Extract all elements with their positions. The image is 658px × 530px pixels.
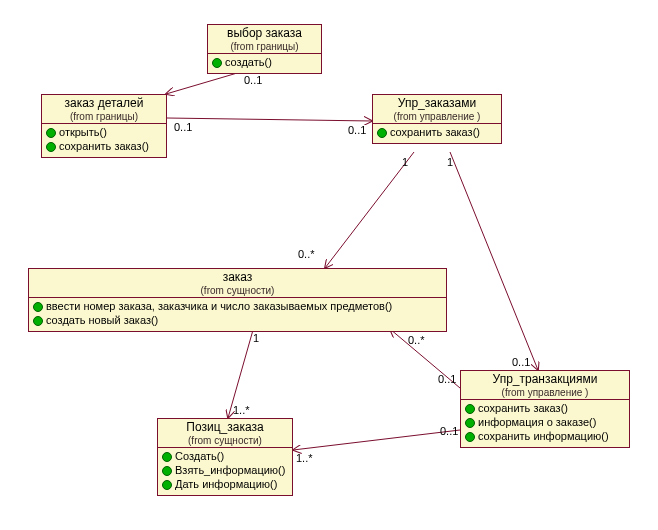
class-title: Позиц_заказа bbox=[162, 421, 288, 435]
assoc-details-to-ordermgr bbox=[167, 118, 372, 121]
method-row: Создать() bbox=[162, 450, 288, 464]
class-stereotype: (from границы) bbox=[46, 111, 162, 123]
method-label: создать новый заказ() bbox=[46, 314, 158, 328]
mult-label: 0..1 bbox=[348, 124, 366, 136]
class-stereotype: (from сущности) bbox=[162, 435, 288, 447]
method-row: ввести номер заказа, заказчика и число з… bbox=[33, 300, 442, 314]
method-row: сохранить заказ() bbox=[46, 140, 162, 154]
operation-icon bbox=[212, 58, 222, 68]
method-label: сохранить заказ() bbox=[478, 402, 568, 416]
operation-icon bbox=[465, 432, 475, 442]
class-methods: Создать()Взять_информацию()Дать информац… bbox=[158, 448, 292, 494]
method-row: сохранить информацию() bbox=[465, 430, 625, 444]
assoc-ordermgr-to-txnmgr bbox=[450, 152, 538, 370]
method-row: Взять_информацию() bbox=[162, 464, 288, 478]
operation-icon bbox=[465, 404, 475, 414]
class-order-manager: Упр_заказами (from управление ) сохранит… bbox=[372, 94, 502, 144]
mult-label: 1..* bbox=[233, 404, 250, 416]
class-title: заказ bbox=[33, 271, 442, 285]
mult-label: 1 bbox=[253, 332, 259, 344]
class-title: Упр_транзакциями bbox=[465, 373, 625, 387]
connectors-layer bbox=[0, 0, 658, 530]
method-row: открыть() bbox=[46, 126, 162, 140]
method-label: создать() bbox=[225, 56, 272, 70]
class-methods: открыть()сохранить заказ() bbox=[42, 124, 166, 157]
class-methods: сохранить заказ() bbox=[373, 124, 501, 143]
method-label: Создать() bbox=[175, 450, 224, 464]
mult-label: 0..* bbox=[408, 334, 425, 346]
class-stereotype: (from управление ) bbox=[465, 387, 625, 399]
assoc-ordermgr-to-order bbox=[325, 152, 414, 268]
operation-icon bbox=[33, 316, 43, 326]
class-stereotype: (from управление ) bbox=[377, 111, 497, 123]
assoc-txnmgr-to-position bbox=[293, 430, 460, 450]
method-label: информация о заказе() bbox=[478, 416, 596, 430]
mult-label: 0..* bbox=[298, 248, 315, 260]
class-title: выбор заказа bbox=[212, 27, 317, 41]
operation-icon bbox=[162, 466, 172, 476]
mult-label: 0..1 bbox=[440, 425, 458, 437]
mult-label: 0..1 bbox=[174, 121, 192, 133]
operation-icon bbox=[162, 480, 172, 490]
method-row: информация о заказе() bbox=[465, 416, 625, 430]
operation-icon bbox=[46, 128, 56, 138]
mult-label: 0..1 bbox=[438, 373, 456, 385]
operation-icon bbox=[33, 302, 43, 312]
mult-label: 0..1 bbox=[512, 356, 530, 368]
assoc-select-to-details bbox=[166, 71, 244, 94]
operation-icon bbox=[377, 128, 387, 138]
class-transaction-manager: Упр_транзакциями (from управление ) сохр… bbox=[460, 370, 630, 448]
class-stereotype: (from границы) bbox=[212, 41, 317, 53]
method-label: Взять_информацию() bbox=[175, 464, 285, 478]
method-row: сохранить заказ() bbox=[377, 126, 497, 140]
method-row: создать() bbox=[212, 56, 317, 70]
method-row: создать новый заказ() bbox=[33, 314, 442, 328]
class-methods: создать() bbox=[208, 54, 321, 73]
method-label: Дать информацию() bbox=[175, 478, 277, 492]
mult-label: 1..* bbox=[296, 452, 313, 464]
mult-label: 1 bbox=[402, 156, 408, 168]
class-title: заказ деталей bbox=[46, 97, 162, 111]
class-order: заказ (from сущности) ввести номер заказ… bbox=[28, 268, 447, 332]
method-label: сохранить заказ() bbox=[59, 140, 149, 154]
class-order-position: Позиц_заказа (from сущности) Создать()Вз… bbox=[157, 418, 293, 496]
method-label: сохранить информацию() bbox=[478, 430, 609, 444]
method-label: ввести номер заказа, заказчика и число з… bbox=[46, 300, 392, 314]
mult-label: 1 bbox=[447, 156, 453, 168]
class-methods: ввести номер заказа, заказчика и число з… bbox=[29, 298, 446, 331]
class-order-select: выбор заказа (from границы) создать() bbox=[207, 24, 322, 74]
class-order-details: заказ деталей (from границы) открыть()со… bbox=[41, 94, 167, 158]
method-row: сохранить заказ() bbox=[465, 402, 625, 416]
operation-icon bbox=[162, 452, 172, 462]
mult-label: 0..1 bbox=[244, 74, 262, 86]
method-label: сохранить заказ() bbox=[390, 126, 480, 140]
class-stereotype: (from сущности) bbox=[33, 285, 442, 297]
class-methods: сохранить заказ()информация о заказе()со… bbox=[461, 400, 629, 446]
method-label: открыть() bbox=[59, 126, 107, 140]
method-row: Дать информацию() bbox=[162, 478, 288, 492]
operation-icon bbox=[46, 142, 56, 152]
class-title: Упр_заказами bbox=[377, 97, 497, 111]
operation-icon bbox=[465, 418, 475, 428]
